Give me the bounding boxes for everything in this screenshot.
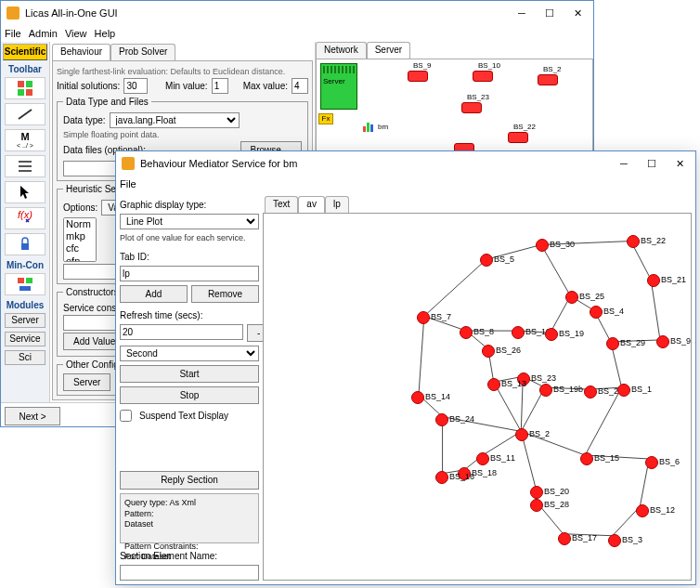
node-BS_21[interactable] — [647, 274, 660, 287]
tab-network[interactable]: Network — [316, 42, 367, 59]
fx-settings-tool-icon[interactable]: f(x) — [5, 207, 45, 229]
heuristic-list[interactable]: Normmkp cfcefn — [63, 217, 97, 262]
svg-rect-9 — [21, 243, 29, 250]
menu-help[interactable]: Help — [95, 28, 116, 39]
svg-rect-0 — [18, 81, 24, 87]
tab-probsolver[interactable]: Prob Solver — [110, 44, 175, 60]
node-BS_28[interactable] — [530, 499, 543, 512]
node-BS_19[interactable] — [545, 328, 558, 341]
node-BS_11[interactable] — [476, 452, 489, 465]
node-BS_13[interactable] — [487, 378, 500, 391]
sub-maximize-button[interactable]: ☐ — [638, 154, 666, 173]
tabid-input[interactable] — [120, 266, 259, 281]
start-button[interactable]: Start — [120, 365, 259, 383]
node-graph[interactable]: BS_30BS_22BS_5BS_21BS_25BS_4BS_7BS_8BS_1… — [263, 213, 692, 581]
module-sci[interactable]: Sci — [5, 350, 45, 365]
otherconfig-legend: Other Config — [63, 359, 122, 370]
node-BS_16[interactable] — [435, 471, 448, 484]
maxval-input[interactable] — [292, 78, 308, 94]
node-BS_27[interactable] — [584, 385, 597, 399]
node-BS_14[interactable] — [411, 391, 424, 404]
close-button[interactable]: ✕ — [564, 4, 591, 22]
menu-file[interactable]: File — [5, 28, 21, 39]
node-label: BS_25 — [579, 292, 604, 301]
suspend-checkbox[interactable] — [120, 410, 132, 422]
node-BS_19b[interactable] — [539, 384, 552, 397]
node-label: BS_29 — [620, 338, 645, 347]
server-box-icon: Server — [320, 63, 357, 110]
node-BS_5[interactable] — [480, 254, 493, 267]
next-button[interactable]: Next > — [5, 407, 60, 425]
section-input[interactable] — [120, 565, 259, 581]
node-label: BS_19b — [553, 385, 583, 394]
main-titlebar[interactable]: Licas All-in-One GUI ─ ☐ ✕ — [1, 1, 593, 25]
node-BS_9[interactable] — [656, 335, 669, 348]
stop-button[interactable]: Stop — [120, 386, 259, 404]
node-BS_12[interactable] — [636, 504, 649, 517]
node-BS_1[interactable] — [617, 384, 630, 397]
minimize-button[interactable]: ─ — [508, 4, 536, 22]
node-BS_3[interactable] — [608, 534, 621, 547]
gtab-av[interactable]: av — [298, 196, 325, 213]
remove-button[interactable]: Remove — [191, 285, 259, 303]
datatype-label: Data type: — [63, 115, 106, 125]
list-tool-icon[interactable] — [5, 155, 45, 177]
unit-select[interactable]: Second — [120, 346, 259, 361]
gdt-select[interactable]: Line Plot — [120, 214, 259, 229]
datatype-legend: Data Type and Files — [63, 97, 151, 107]
node-BS_15[interactable] — [580, 452, 593, 465]
add-button[interactable]: Add — [120, 285, 188, 303]
server-config-button[interactable]: Server — [63, 373, 110, 391]
sub-close-button[interactable]: ✕ — [666, 154, 694, 173]
svg-rect-11 — [26, 278, 32, 283]
scientific-button[interactable]: Scientific — [3, 44, 47, 60]
node-BS_7[interactable] — [417, 311, 430, 324]
gtab-lp[interactable]: lp — [325, 196, 349, 213]
node-label: BS_13 — [501, 379, 526, 388]
line-tool-icon[interactable] — [5, 103, 45, 125]
node-BS_30[interactable] — [536, 239, 549, 252]
tab-behaviour[interactable]: Behaviour — [52, 44, 110, 60]
initsol-input[interactable] — [123, 78, 148, 94]
sub-menu-file[interactable]: File — [120, 178, 136, 189]
node-BS_29[interactable] — [606, 337, 619, 350]
refresh-input[interactable] — [120, 324, 243, 340]
node-BS_6[interactable] — [645, 456, 658, 469]
m-tool-icon[interactable]: M< ../ > — [5, 129, 45, 151]
svg-text:f(x): f(x) — [18, 210, 32, 220]
node-BS_25[interactable] — [565, 291, 578, 304]
node-BS_8[interactable] — [460, 326, 473, 339]
lock-tool-icon[interactable] — [5, 233, 45, 255]
sub-minimize-button[interactable]: ─ — [610, 154, 638, 173]
node-BS_20[interactable] — [530, 486, 543, 499]
node-label: BS_22 — [641, 236, 666, 245]
sub-titlebar[interactable]: Behaviour Mediator Service for bm ─ ☐ ✕ — [116, 151, 695, 176]
datatype-select[interactable]: java.lang.Float — [110, 112, 240, 128]
minval-input[interactable] — [212, 78, 228, 94]
gtab-text[interactable]: Text — [265, 196, 298, 213]
sub-menubar: File — [116, 176, 695, 192]
menu-admin[interactable]: Admin — [29, 28, 58, 39]
gdt-label: Graphic display type: — [120, 200, 259, 210]
mincon-tool-icon[interactable] — [5, 273, 45, 295]
maximize-button[interactable]: ☐ — [536, 4, 564, 22]
menu-view[interactable]: View — [65, 28, 87, 39]
constructor-input[interactable] — [63, 315, 119, 331]
reply-header[interactable]: Reply Section — [120, 471, 259, 490]
node-BS_2[interactable] — [515, 428, 528, 441]
node-label: BS_21 — [661, 275, 686, 284]
node-label: BS_8 — [473, 327, 494, 336]
node-BS_26[interactable] — [482, 345, 495, 358]
node-BS_10[interactable] — [512, 326, 525, 339]
node-BS_17[interactable] — [558, 532, 571, 545]
module-service[interactable]: Service — [5, 332, 45, 346]
grid-tool-icon[interactable] — [5, 77, 45, 99]
svg-rect-2 — [18, 89, 24, 96]
tab-server[interactable]: Server — [367, 42, 410, 59]
behaviour-mediator-window: Behaviour Mediator Service for bm ─ ☐ ✕ … — [115, 150, 696, 585]
pointer-tool-icon[interactable] — [5, 181, 45, 203]
module-server[interactable]: Server — [5, 313, 45, 328]
node-BS_22[interactable] — [627, 235, 640, 248]
node-BS_4[interactable] — [590, 306, 603, 319]
node-BS_24[interactable] — [435, 413, 448, 426]
